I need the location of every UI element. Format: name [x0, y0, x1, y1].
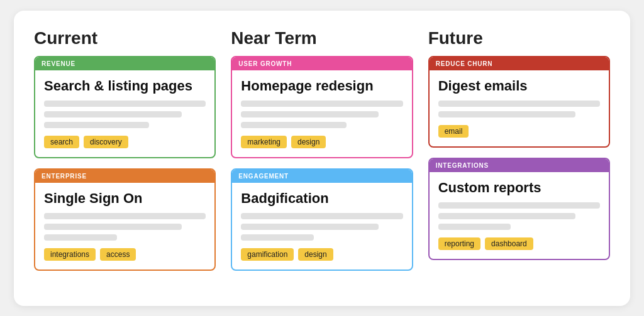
card-body-single-sign-on: Single Sign Onintegrationsaccess [35, 183, 214, 270]
tag-access[interactable]: access [100, 248, 136, 261]
tag-design[interactable]: design [291, 136, 326, 148]
tags-digest-emails: email [438, 125, 600, 138]
column-header-near-term: Near Term [231, 28, 413, 48]
text-line-custom-reports-2 [438, 224, 511, 230]
text-line-digest-emails-1 [438, 111, 576, 117]
card-single-sign-on[interactable]: ENTERPRISESingle Sign Onintegrationsacce… [34, 168, 216, 271]
text-line-homepage-redesign-2 [241, 122, 346, 128]
card-body-badgification: Badgificationgamificationdesign [232, 183, 411, 270]
text-line-single-sign-on-0 [44, 213, 206, 219]
card-homepage-redesign[interactable]: USER GROWTHHomepage redesignmarketingdes… [231, 56, 413, 158]
text-line-badgification-1 [241, 224, 379, 230]
card-title-digest-emails: Digest emails [438, 78, 600, 94]
card-title-custom-reports: Custom reports [438, 180, 600, 196]
column-current: CurrentREVENUESearch & listing pagessear… [34, 28, 216, 281]
card-body-digest-emails: Digest emailsemail [430, 70, 609, 146]
text-line-digest-emails-0 [438, 101, 600, 107]
text-line-homepage-redesign-0 [241, 101, 402, 107]
tags-badgification: gamificationdesign [241, 248, 402, 261]
tags-single-sign-on: integrationsaccess [44, 248, 206, 261]
tag-marketing[interactable]: marketing [241, 136, 287, 148]
card-category-single-sign-on: ENTERPRISE [35, 170, 214, 183]
text-line-single-sign-on-1 [44, 224, 182, 230]
card-body-custom-reports: Custom reportsreportingdashboard [430, 172, 609, 259]
tag-search[interactable]: search [44, 136, 79, 148]
column-header-current: Current [34, 28, 216, 48]
card-digest-emails[interactable]: REDUCE CHURNDigest emailsemail [428, 56, 610, 148]
card-title-badgification: Badgification [241, 190, 402, 207]
card-category-search-listing: REVENUE [35, 57, 214, 70]
tag-discovery[interactable]: discovery [84, 136, 128, 148]
column-future: FutureREDUCE CHURNDigest emailsemailINTE… [428, 28, 610, 281]
card-category-custom-reports: INTEGRATIONS [430, 159, 609, 172]
tags-homepage-redesign: marketingdesign [241, 136, 402, 148]
card-category-badgification: ENGAGEMENT [232, 170, 411, 183]
tag-design[interactable]: design [298, 248, 333, 261]
text-line-badgification-2 [241, 234, 314, 241]
tags-search-listing: searchdiscovery [44, 136, 206, 148]
tag-reporting[interactable]: reporting [438, 237, 480, 250]
text-line-custom-reports-1 [438, 213, 576, 219]
text-line-custom-reports-0 [438, 202, 600, 209]
tag-integrations[interactable]: integrations [44, 248, 96, 261]
column-near-term: Near TermUSER GROWTHHomepage redesignmar… [231, 28, 413, 281]
card-badgification[interactable]: ENGAGEMENTBadgificationgamificationdesig… [231, 168, 413, 271]
text-line-homepage-redesign-1 [241, 111, 379, 117]
card-title-search-listing: Search & listing pages [44, 78, 206, 94]
text-line-search-listing-2 [44, 122, 149, 128]
board: CurrentREVENUESearch & listing pagessear… [14, 11, 630, 306]
card-title-homepage-redesign: Homepage redesign [241, 78, 402, 94]
card-search-listing[interactable]: REVENUESearch & listing pagessearchdisco… [34, 56, 216, 158]
tag-dashboard[interactable]: dashboard [485, 237, 533, 250]
text-line-badgification-0 [241, 213, 402, 219]
tag-gamification[interactable]: gamification [241, 248, 294, 261]
text-line-search-listing-0 [44, 101, 206, 107]
card-body-search-listing: Search & listing pagessearchdiscovery [35, 70, 214, 157]
tag-email[interactable]: email [438, 125, 469, 138]
text-line-search-listing-1 [44, 111, 182, 117]
tags-custom-reports: reportingdashboard [438, 237, 600, 250]
card-body-homepage-redesign: Homepage redesignmarketingdesign [232, 70, 411, 157]
text-line-single-sign-on-2 [44, 234, 117, 241]
card-custom-reports[interactable]: INTEGRATIONSCustom reportsreportingdashb… [428, 158, 610, 260]
column-header-future: Future [428, 28, 610, 48]
card-category-digest-emails: REDUCE CHURN [430, 57, 609, 70]
card-category-homepage-redesign: USER GROWTH [232, 57, 411, 70]
columns-container: CurrentREVENUESearch & listing pagessear… [34, 28, 610, 281]
card-title-single-sign-on: Single Sign On [44, 190, 206, 207]
